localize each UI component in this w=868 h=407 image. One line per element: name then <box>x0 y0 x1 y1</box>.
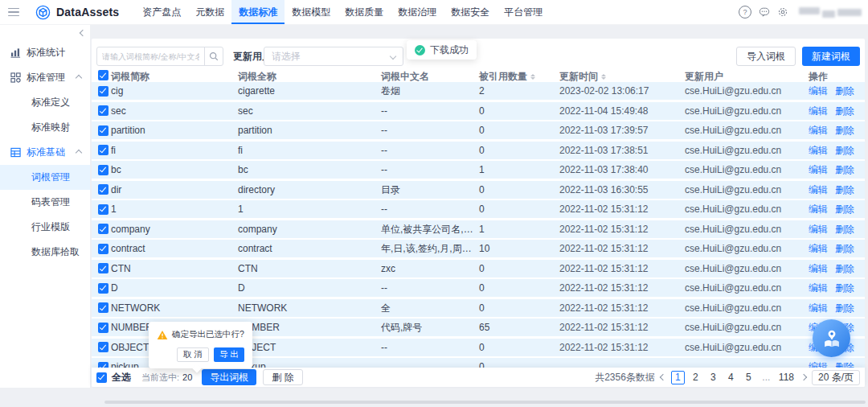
nav-tab[interactable]: 数据治理 <box>391 0 444 24</box>
cell-user: cse.HuiLi@gzu.edu.cn <box>685 145 781 156</box>
sort-icon[interactable] <box>530 74 535 80</box>
message-icon[interactable] <box>759 6 770 18</box>
user-filter-select[interactable]: 请选择 <box>264 47 403 66</box>
page-button[interactable]: 4 <box>724 371 738 384</box>
delete-link[interactable]: 删除 <box>835 105 854 116</box>
delete-link[interactable]: 删除 <box>835 164 854 175</box>
app-logo-icon <box>35 5 51 20</box>
edit-link[interactable]: 编辑 <box>809 262 828 273</box>
row-checkbox[interactable] <box>98 105 108 116</box>
cell-abbr: cig <box>111 85 123 97</box>
delete-link[interactable]: 删除 <box>835 282 854 294</box>
menu-toggle-icon[interactable] <box>8 8 19 17</box>
edit-link[interactable]: 编辑 <box>809 183 828 195</box>
row-checkbox[interactable] <box>98 125 108 136</box>
page-button[interactable]: 1 <box>671 371 685 384</box>
horizontal-scrollbar[interactable] <box>104 401 866 404</box>
cell-abbr: bc <box>111 164 121 175</box>
prev-page-icon[interactable] <box>660 374 666 380</box>
create-button[interactable]: 新建词根 <box>802 47 860 66</box>
row-checkbox[interactable] <box>98 323 108 333</box>
cancel-button[interactable]: 取 消 <box>177 347 209 362</box>
edit-link[interactable]: 编辑 <box>809 361 828 368</box>
row-checkbox[interactable] <box>98 204 108 215</box>
row-checkbox[interactable] <box>98 362 108 368</box>
sidebar-item[interactable]: 标准管理 <box>0 65 90 90</box>
gear-icon[interactable] <box>777 6 788 18</box>
row-checkbox[interactable] <box>98 165 108 175</box>
row-checkbox[interactable] <box>98 342 108 352</box>
sidebar-item[interactable]: 标准统计 <box>0 40 90 65</box>
sidebar-item[interactable]: 行业模版 <box>0 215 90 240</box>
row-checkbox[interactable] <box>98 244 108 254</box>
delete-link[interactable]: 删除 <box>835 302 854 313</box>
nav-tab[interactable]: 数据模型 <box>285 0 338 24</box>
cell-user: cse.HuiLi@gzu.edu.cn <box>685 263 781 274</box>
row-checkbox[interactable] <box>98 283 108 294</box>
sort-icon[interactable] <box>601 74 606 80</box>
row-checkbox[interactable] <box>98 86 108 97</box>
delete-link[interactable]: 删除 <box>835 85 854 97</box>
page-button[interactable]: 5 <box>742 371 755 384</box>
edit-link[interactable]: 编辑 <box>809 164 828 175</box>
edit-link[interactable]: 编辑 <box>809 144 828 155</box>
page-button[interactable]: 3 <box>706 371 720 384</box>
header-select-all-checkbox[interactable] <box>98 70 108 80</box>
guide-fab-button[interactable] <box>813 319 850 357</box>
sidebar-item[interactable]: 词根管理 <box>0 165 90 190</box>
confirm-export-button[interactable]: 导 出 <box>214 347 244 362</box>
cell-cn: 代码,牌号 <box>381 321 422 335</box>
page-button[interactable]: 118 <box>777 371 796 384</box>
sidebar-item[interactable]: 数据库拾取 <box>0 240 90 265</box>
sidebar-item[interactable]: 标准映射 <box>0 115 90 140</box>
row-checkbox[interactable] <box>98 263 108 273</box>
row-checkbox[interactable] <box>98 184 108 195</box>
nav-tab[interactable]: 数据安全 <box>444 0 497 24</box>
search-icon[interactable] <box>204 47 223 65</box>
cell-user: cse.HuiLi@gzu.edu.cn <box>685 85 781 97</box>
edit-link[interactable]: 编辑 <box>809 302 828 313</box>
question-icon[interactable] <box>739 6 751 18</box>
edit-link[interactable]: 编辑 <box>809 85 828 97</box>
row-checkbox[interactable] <box>98 302 108 313</box>
delete-link[interactable]: 删除 <box>835 361 854 368</box>
select-all-checkbox[interactable] <box>96 372 107 383</box>
export-button[interactable]: 导出词根 <box>202 369 256 385</box>
page-size-select[interactable]: 20 条/页 <box>812 370 860 385</box>
import-button[interactable]: 导入词根 <box>736 47 796 66</box>
edit-link[interactable]: 编辑 <box>809 223 828 234</box>
nav-tab[interactable]: 数据标准 <box>231 0 285 24</box>
nav-tab[interactable]: 数据质量 <box>338 0 391 24</box>
top-nav: 资产盘点元数据数据标准数据模型数据质量数据治理数据安全平台管理 <box>135 0 550 24</box>
nav-tab[interactable]: 元数据 <box>188 0 231 24</box>
chevron-up-icon <box>76 75 82 81</box>
edit-link[interactable]: 编辑 <box>809 243 828 254</box>
sidebar-item[interactable]: 码表管理 <box>0 190 90 215</box>
user-info-redacted[interactable] <box>799 9 862 16</box>
delete-link[interactable]: 删除 <box>835 183 854 195</box>
delete-link[interactable]: 删除 <box>835 243 854 254</box>
sidebar-item[interactable]: 标准定义 <box>0 90 90 115</box>
row-checkbox[interactable] <box>98 145 108 155</box>
nav-tab[interactable]: 平台管理 <box>497 0 550 24</box>
nav-tab[interactable]: 资产盘点 <box>135 0 188 24</box>
delete-link[interactable]: 删除 <box>835 125 854 136</box>
edit-link[interactable]: 编辑 <box>809 282 828 294</box>
cell-user: cse.HuiLi@gzu.edu.cn <box>685 164 781 175</box>
delete-button[interactable]: 删 除 <box>263 369 302 385</box>
delete-link[interactable]: 删除 <box>835 223 854 234</box>
delete-link[interactable]: 删除 <box>835 262 854 273</box>
delete-link[interactable]: 删除 <box>835 204 854 215</box>
edit-link[interactable]: 编辑 <box>809 125 828 136</box>
header-actions <box>739 6 868 18</box>
edit-link[interactable]: 编辑 <box>809 204 828 215</box>
edit-link[interactable]: 编辑 <box>809 105 828 116</box>
delete-link[interactable]: 删除 <box>835 144 854 155</box>
next-page-icon[interactable] <box>800 374 807 380</box>
search-input[interactable] <box>97 47 204 65</box>
sidebar-item[interactable]: 标准基础 <box>0 140 90 165</box>
table-row: CTNCTNzxc02022-11-02 15:31:12cse.HuiLi@g… <box>92 260 865 278</box>
row-checkbox[interactable] <box>98 224 108 234</box>
page-button[interactable]: 2 <box>689 371 702 384</box>
top-header: DataAssets 资产盘点元数据数据标准数据模型数据质量数据治理数据安全平台… <box>0 0 868 25</box>
